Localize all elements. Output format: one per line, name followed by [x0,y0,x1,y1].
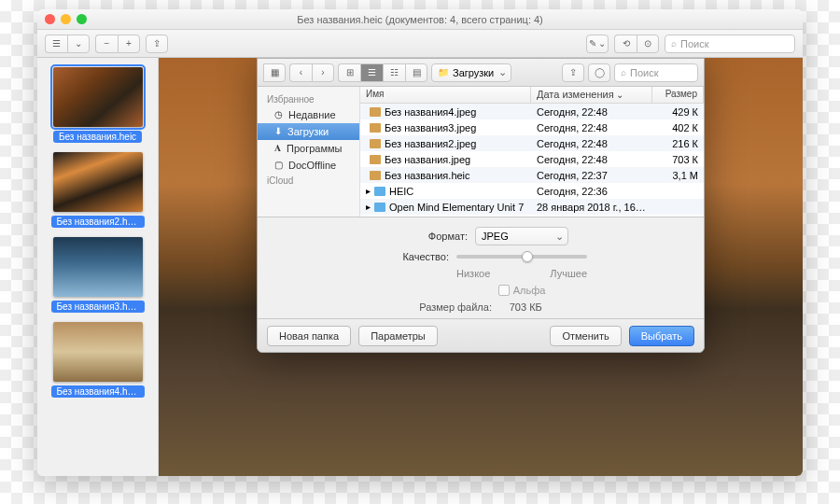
rotate-button[interactable]: ⟲ [614,35,637,53]
disclosure-icon: ▸ [366,187,371,196]
sidebar-item-docoffline[interactable]: ▢DocOffline [258,157,359,174]
cancel-button[interactable]: Отменить [550,326,621,346]
thumbnail-image [53,237,143,297]
apps-icon: 𝐀 [274,144,281,153]
folder-icon: 📁 [438,68,449,77]
sort-desc-icon: ⌄ [616,90,623,100]
options-button[interactable]: Параметры [358,326,438,346]
pencil-icon: ✎ ⌄ [589,39,607,49]
thumbnail-item[interactable]: Без названия3.heic [51,237,145,313]
quality-slider[interactable] [456,255,587,259]
quality-label: Качество: [374,251,449,262]
tag-button[interactable]: ◯ [588,63,610,82]
grid-icon: ▦ [271,68,279,77]
dialog-search-input[interactable]: ⌕ Поиск [614,63,698,82]
close-button[interactable] [45,14,55,24]
dialog-footer: Новая папка Параметры Отменить Выбрать [258,318,704,352]
share-icon: ⇪ [569,68,577,77]
thumbnail-item[interactable]: Без названия.heic [51,67,145,143]
save-dialog: ▦ ‹ › ⊞ ☰ ☷ ▤ 📁 Загрузки [257,58,705,353]
sidebar-toggle-button[interactable]: ☰ [45,35,67,53]
chevron-left-icon: ‹ [300,68,302,77]
new-folder-button[interactable]: Новая папка [267,326,351,346]
export-options: Формат: JPEG Качество: НизкоеЛучшее Альф… [258,217,704,318]
thumbnail-image [53,322,143,382]
window-title: Без названия.heic (документов: 4, всего … [297,14,543,25]
file-row[interactable]: Без названия4.jpegСегодня, 22:48429 К [360,104,704,119]
tag-icon: ◯ [595,68,605,77]
icon-view-button[interactable]: ▦ [263,63,286,82]
dialog-toolbar: ▦ ‹ › ⊞ ☰ ☷ ▤ 📁 Загрузки [258,59,704,87]
markup-button[interactable]: ✎ ⌄ [586,35,609,53]
thumbnail-image [53,152,143,212]
folder-icon [374,203,385,212]
sidebar-category: iCloud [258,174,359,188]
titlebar: Без названия.heic (документов: 4, всего … [37,9,803,30]
annotate-icon: ⊙ [644,39,651,49]
view-column-button[interactable]: ☷ [383,63,405,82]
location-dropdown[interactable]: 📁 Загрузки [431,63,511,82]
file-row[interactable]: Без названия.jpegСегодня, 22:48703 К [360,151,704,167]
download-icon: ⬇ [274,127,282,136]
file-row[interactable]: Без названия2.jpegСегодня, 22:48216 К [360,135,704,151]
image-file-icon [370,155,381,164]
view-dropdown-button[interactable]: ⌄ [67,35,90,53]
main-search-input[interactable]: ⌕ Поиск [665,35,795,53]
traffic-lights [45,14,87,24]
sidebar-category: Избранное [258,92,359,106]
zoom-in-button[interactable]: + [118,35,140,53]
preview-window: Без названия.heic (документов: 4, всего … [37,9,803,476]
sidebar-item-applications[interactable]: 𝐀Программы [258,140,359,157]
image-file-icon [370,139,381,148]
checkbox-icon [498,285,510,296]
thumbnail-image [53,67,143,127]
folder-icon [374,187,385,196]
zoom-button[interactable] [77,14,87,24]
image-viewer: ▦ ‹ › ⊞ ☰ ☷ ▤ 📁 Загрузки [159,58,803,476]
thumbnail-item[interactable]: Без названия2.heic [51,152,145,228]
sidebar-item-recents[interactable]: ◷Недавние [258,106,359,123]
chevron-right-icon: › [321,68,324,77]
format-dropdown[interactable]: JPEG [475,227,568,245]
file-row[interactable]: ▸Open Mind Elementary Unit 728 января 20… [360,199,704,215]
dialog-sidebar: Избранное ◷Недавние ⬇Загрузки 𝐀Программы… [258,87,360,217]
file-list: Имя Дата изменения ⌄ Размер Без названия… [360,87,704,217]
thumbnail-sidebar: Без названия.heic Без названия2.heic Без… [37,58,159,476]
column-header-name[interactable]: Имя [360,87,531,103]
file-row[interactable]: ▸HEICСегодня, 22:36 [360,183,704,199]
zoom-out-icon: − [105,39,110,49]
slider-knob[interactable] [522,251,533,262]
action-button[interactable]: ⇪ [562,63,584,82]
rotate-icon: ⟲ [623,39,630,49]
minimize-button[interactable] [61,14,71,24]
image-file-icon [370,107,381,117]
alpha-checkbox[interactable]: Альфа [498,285,546,296]
view-gallery-button[interactable]: ▤ [405,63,427,82]
chevron-down-icon: ⌄ [75,39,82,49]
zoom-in-icon: + [126,39,132,49]
share-icon: ⇪ [153,39,161,49]
disclosure-icon: ▸ [366,203,371,212]
column-header-size[interactable]: Размер [652,87,704,103]
clock-icon: ◷ [274,110,283,119]
image-file-icon [370,171,381,180]
back-button[interactable]: ‹ [289,63,312,82]
zoom-out-button[interactable]: − [95,35,118,53]
sidebar-item-downloads[interactable]: ⬇Загрузки [258,123,359,140]
image-file-icon [370,123,381,133]
view-list-button[interactable]: ☰ [360,63,383,82]
sidebar-icon: ☰ [52,39,61,49]
thumbnail-item[interactable]: Без названия4.heic [51,322,145,398]
main-toolbar: ☰ ⌄ − + ⇪ ✎ ⌄ ⟲ ⊙ ⌕ Поиск [37,30,803,58]
file-row[interactable]: Без названия.heicСегодня, 22:373,1 М [360,167,704,183]
annotate-button[interactable]: ⊙ [637,35,659,53]
search-icon: ⌕ [671,39,677,49]
folder-icon: ▢ [274,161,283,170]
view-icon-button[interactable]: ⊞ [338,63,360,82]
share-button[interactable]: ⇪ [146,35,168,53]
file-row[interactable]: Без названия3.jpegСегодня, 22:48402 К [360,119,704,135]
forward-button[interactable]: › [312,63,334,82]
choose-button[interactable]: Выбрать [629,326,694,346]
format-label: Формат: [393,231,468,242]
column-header-modified[interactable]: Дата изменения ⌄ [531,87,652,103]
